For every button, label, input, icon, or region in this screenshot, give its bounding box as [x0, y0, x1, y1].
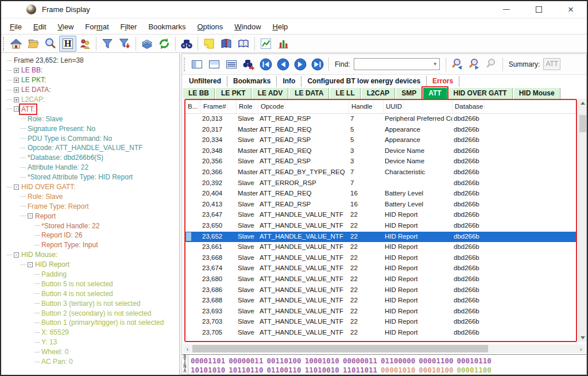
table-row[interactable]: 23,668 Slave ATT_HANDLE_VALUE_NTF 22 HID… [185, 253, 576, 264]
bookmark-cell[interactable] [185, 328, 201, 339]
tree-item[interactable]: Button 1 (primary/trigger) is not select… [1, 318, 179, 328]
tree-item[interactable]: Button 2 (secondary) is not selected [1, 308, 179, 318]
bookmark-cell[interactable] [185, 263, 201, 274]
bookmark-cell[interactable] [185, 125, 201, 136]
tree-expand-box[interactable]: - [14, 106, 19, 112]
column-header[interactable]: Handle [349, 100, 384, 113]
bookmark-book-icon[interactable] [218, 36, 235, 52]
column-header[interactable]: Database [452, 100, 576, 113]
tree-item[interactable]: Report Type: Input [1, 240, 179, 250]
tree-item[interactable]: Button 4 is not selected [1, 289, 179, 298]
table-row[interactable]: 23,688 Slave ATT_HANDLE_VALUE_NTF 22 HID… [185, 296, 576, 306]
tree-item[interactable]: *Database: dbd266b6(S) [1, 153, 179, 163]
protocol-tab[interactable]: HID OVER GATT [448, 88, 513, 99]
prev-frame-icon[interactable] [274, 56, 292, 72]
bookmark-cell[interactable] [185, 156, 201, 167]
table-row[interactable]: 23,674 Slave ATT_HANDLE_VALUE_NTF 22 HID… [185, 263, 576, 274]
vertical-scroll-thumb[interactable] [579, 115, 586, 132]
summary-combobox[interactable]: ATT [543, 58, 560, 70]
bookmark-cell[interactable] [185, 274, 201, 285]
menu-item[interactable]: Window [229, 21, 266, 33]
tree-item[interactable]: Report ID: 26 [1, 231, 179, 240]
menu-item[interactable]: Format [79, 21, 114, 33]
bookmark-cell[interactable] [185, 135, 201, 146]
filter-tab[interactable]: Unfiltered [183, 76, 227, 87]
menu-item[interactable]: Options [191, 21, 229, 33]
filter-tab[interactable]: Info [277, 76, 301, 87]
note-icon[interactable] [200, 36, 218, 52]
tree-expand-box[interactable]: - [14, 185, 19, 190]
bookmark-cell[interactable] [185, 210, 201, 221]
scroll-left-icon[interactable]: ‹ [183, 344, 192, 353]
table-row[interactable]: 23,647 Slave ATT_HANDLE_VALUE_NTF 22 HID… [185, 210, 576, 221]
find-combobox[interactable]: ▼ [354, 58, 440, 70]
table-row[interactable]: 20,413 Slave ATT_READ_RSP 16 Battery Lev… [185, 199, 576, 210]
table-row[interactable]: 23,650 Slave ATT_HANDLE_VALUE_NTF 22 HID… [185, 221, 576, 232]
filter-tab[interactable]: Errors [427, 76, 459, 87]
bookmark-cell[interactable] [185, 253, 201, 264]
tree-expand-box[interactable]: + [14, 97, 19, 102]
column-header[interactable]: Role [237, 100, 258, 113]
tree-item[interactable]: Wheel: 0 [1, 347, 179, 357]
panel-toolbar-grip[interactable] [184, 57, 187, 71]
protocol-tab[interactable]: L2CAP [362, 88, 395, 99]
duplicate-view-icon[interactable] [76, 36, 94, 52]
menu-item[interactable]: Edit [28, 21, 52, 33]
protocol-tab[interactable]: HID Mouse [514, 88, 560, 99]
bookmark-cell[interactable] [185, 178, 201, 189]
menu-item[interactable]: Filter [115, 21, 143, 33]
tree-expand-box[interactable]: - [28, 262, 33, 267]
close-button[interactable]: × [555, 1, 587, 18]
scroll-down-icon[interactable] [581, 336, 585, 339]
next-frame-icon[interactable] [292, 56, 309, 72]
table-row[interactable]: 20,392 Slave ATT_ERROR_RSP 7 dbd266b [185, 178, 576, 189]
tree-item[interactable]: Padding [1, 270, 179, 279]
tree-item[interactable]: - HID Report [1, 260, 179, 270]
filter-icon[interactable] [99, 36, 116, 52]
protocol-tab[interactable]: LE BB [183, 88, 215, 99]
last-frame-icon[interactable] [309, 56, 326, 72]
tree-item[interactable]: X: 65529 [1, 328, 179, 337]
bookmark-cell[interactable] [185, 146, 201, 157]
menu-item[interactable]: View [52, 21, 79, 33]
tree-item[interactable]: Opcode: ATT_HANDLE_VALUE_NTF [1, 143, 179, 153]
table-row[interactable]: 20,348 Master ATT_READ_REQ 3 Device Name… [185, 146, 576, 157]
scroll-right-icon[interactable]: › [577, 344, 585, 353]
table-row[interactable]: 20,317 Master ATT_READ_REQ 5 Appearance … [185, 125, 576, 136]
tree-item[interactable]: + LE PKT: [1, 75, 179, 85]
frame-display-h-icon[interactable]: H [59, 36, 76, 52]
tree-item[interactable]: Role: Slave [1, 191, 179, 201]
pane-left-icon[interactable] [188, 56, 206, 72]
bookmark-cell[interactable] [185, 199, 201, 210]
tree-item[interactable]: PDU Type is Command: No [1, 133, 179, 143]
refresh-icon[interactable] [156, 36, 173, 52]
scroll-up-icon[interactable] [579, 99, 586, 108]
horizontal-scroll-thumb[interactable] [192, 345, 488, 352]
column-header[interactable]: UUID [384, 100, 452, 113]
first-frame-icon[interactable] [257, 56, 274, 72]
column-header[interactable]: Opcode [258, 100, 349, 113]
bookmark-cell[interactable] [185, 306, 201, 317]
tree-item[interactable]: AC Pan: 0 [1, 357, 179, 367]
maximize-button[interactable] [523, 1, 555, 18]
protocol-tab[interactable]: SMP [396, 88, 422, 99]
tree-item[interactable]: *Stored Attribute Type: HID Report [1, 172, 179, 182]
tree-item[interactable]: - Report [1, 211, 179, 221]
line-chart-icon[interactable] [257, 36, 274, 52]
table-row[interactable]: 23,680 Slave ATT_HANDLE_VALUE_NTF 22 HID… [185, 274, 576, 285]
menu-item[interactable]: Bookmarks [142, 21, 191, 33]
table-row[interactable]: 23,661 Slave ATT_HANDLE_VALUE_NTF 22 HID… [185, 242, 576, 253]
tree-item[interactable]: Frame 23,652: Len=38 [1, 56, 179, 66]
pane-full-icon[interactable] [206, 56, 223, 72]
toolbar-grip[interactable] [3, 37, 6, 51]
tree-item[interactable]: - HID OVER GATT: [1, 182, 179, 192]
open-book-icon[interactable] [235, 36, 252, 52]
tree-item[interactable]: *Stored Handle: 22 [1, 221, 179, 231]
tree-expand-box[interactable]: + [14, 68, 19, 73]
tree-expand-box[interactable]: - [28, 213, 33, 218]
table-row[interactable]: 23,705 Slave ATT_HANDLE_VALUE_NTF 22 HID… [185, 328, 576, 339]
bar-chart-icon[interactable] [274, 36, 292, 52]
tree-expand-box[interactable]: + [14, 87, 19, 93]
tree-item[interactable]: Attribute Handle: 22 [1, 163, 179, 172]
column-header[interactable]: B... [185, 100, 201, 113]
